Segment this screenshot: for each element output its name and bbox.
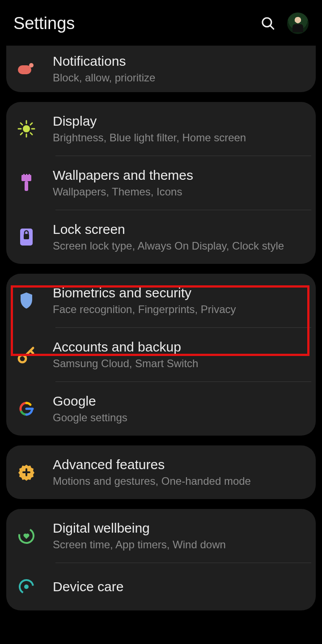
row-title: Notifications: [53, 54, 155, 69]
settings-screen: Settings Notifications Block, allow,: [0, 0, 322, 644]
row-text: Digital wellbeing Screen time, App timer…: [53, 521, 226, 551]
row-subtitle: Wallpapers, Themes, Icons: [53, 186, 193, 198]
row-subtitle: Motions and gestures, One-handed mode: [53, 475, 251, 487]
row-subtitle: Block, allow, prioritize: [53, 72, 155, 84]
svg-line-22: [30, 351, 33, 353]
settings-row-devicecare[interactable]: Device care: [6, 563, 316, 610]
svg-point-3: [29, 63, 34, 68]
profile-avatar[interactable]: [287, 13, 309, 34]
settings-row-wallpapers[interactable]: Wallpapers and themes Wallpapers, Themes…: [6, 156, 316, 210]
brush-icon: [14, 171, 38, 195]
svg-rect-14: [23, 174, 25, 178]
row-title: Digital wellbeing: [53, 521, 226, 536]
row-text: Wallpapers and themes Wallpapers, Themes…: [53, 168, 193, 198]
row-subtitle: Screen time, App timers, Wind down: [53, 538, 226, 551]
header-actions: [260, 13, 309, 34]
header: Settings: [6, 4, 316, 46]
svg-point-28: [24, 585, 29, 589]
devicecare-icon: [14, 575, 38, 599]
row-subtitle: Samsung Cloud, Smart Switch: [53, 357, 198, 370]
search-icon: [260, 16, 275, 31]
svg-line-9: [21, 123, 22, 125]
row-subtitle: Screen lock type, Always On Display, Clo…: [53, 240, 284, 252]
svg-rect-16: [29, 174, 30, 178]
row-text: Display Brightness, Blue light filter, H…: [53, 114, 246, 144]
row-text: Biometrics and security Face recognition…: [53, 285, 236, 316]
row-text: Notifications Block, allow, prioritize: [53, 54, 155, 84]
row-text: Lock screen Screen lock type, Always On …: [53, 222, 284, 252]
settings-row-google[interactable]: Google Google settings: [6, 382, 316, 436]
row-title: Display: [53, 114, 246, 129]
svg-line-12: [30, 123, 32, 125]
svg-rect-15: [26, 174, 27, 178]
svg-point-4: [23, 125, 30, 132]
row-text: Device care: [53, 579, 123, 594]
row-subtitle: Google settings: [53, 411, 127, 424]
row-subtitle: Face recognition, Fingerprints, Privacy: [53, 303, 236, 316]
row-title: Accounts and backup: [53, 339, 198, 355]
settings-row-biometrics[interactable]: Biometrics and security Face recognition…: [6, 274, 316, 327]
row-title: Wallpapers and themes: [53, 168, 193, 183]
settings-group: Notifications Block, allow, prioritize: [6, 46, 316, 92]
row-title: Google: [53, 394, 127, 409]
svg-line-11: [21, 133, 22, 135]
settings-group: Digital wellbeing Screen time, App timer…: [6, 509, 316, 610]
settings-row-display[interactable]: Display Brightness, Blue light filter, H…: [6, 102, 316, 156]
gear-plus-icon: [14, 460, 38, 484]
lock-icon: [14, 225, 38, 249]
row-title: Biometrics and security: [53, 285, 236, 301]
settings-row-accounts[interactable]: Accounts and backup Samsung Cloud, Smart…: [6, 328, 316, 381]
settings-row-advanced[interactable]: Advanced features Motions and gestures, …: [6, 445, 316, 499]
svg-rect-19: [24, 234, 29, 239]
row-subtitle: Brightness, Blue light filter, Home scre…: [53, 131, 246, 144]
svg-line-1: [270, 25, 274, 29]
wellbeing-icon: [14, 524, 38, 548]
row-title: Lock screen: [53, 222, 284, 237]
row-text: Google Google settings: [53, 394, 127, 424]
settings-row-wellbeing[interactable]: Digital wellbeing Screen time, App timer…: [6, 509, 316, 563]
search-button[interactable]: [260, 16, 275, 31]
shield-icon: [14, 288, 38, 313]
svg-rect-2: [18, 65, 31, 74]
row-title: Advanced features: [53, 457, 251, 472]
key-icon: [14, 343, 38, 367]
settings-group: Display Brightness, Blue light filter, H…: [6, 102, 316, 264]
sun-icon: [14, 117, 38, 141]
row-title: Device care: [53, 579, 123, 594]
svg-rect-17: [25, 181, 28, 191]
google-icon: [14, 397, 38, 421]
page-title: Settings: [13, 14, 75, 33]
svg-line-10: [30, 133, 32, 135]
row-text: Accounts and backup Samsung Cloud, Smart…: [53, 339, 198, 370]
row-text: Advanced features Motions and gestures, …: [53, 457, 251, 487]
settings-group: Advanced features Motions and gestures, …: [6, 445, 316, 499]
settings-row-lockscreen[interactable]: Lock screen Screen lock type, Always On …: [6, 210, 316, 264]
settings-group: Biometrics and security Face recognition…: [6, 274, 316, 436]
settings-row-notifications[interactable]: Notifications Block, allow, prioritize: [6, 46, 316, 92]
notifications-icon: [14, 57, 38, 81]
